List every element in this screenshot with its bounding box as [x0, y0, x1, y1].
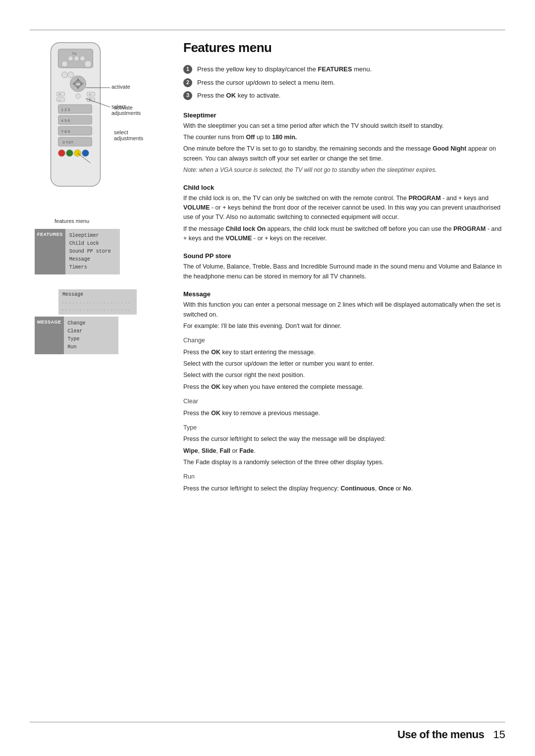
page-title: Features menu: [183, 40, 505, 55]
svg-text:4  5  6: 4 5 6: [61, 118, 70, 123]
features-item-4: Message: [69, 256, 114, 264]
message-run-block: Run Press the cursor left/right to selec…: [183, 472, 505, 493]
message-change-block: Change Press the OK key to start enterin…: [183, 336, 505, 392]
svg-text:P: P: [89, 98, 92, 102]
sleeptimer-p3: One minute before the TV is set to go to…: [183, 144, 505, 163]
bottom-bar: Use of the menus 15: [30, 722, 505, 756]
step-1: 1 Press the yellow key to display/cancel…: [183, 64, 505, 74]
page-container: TV: [0, 0, 535, 756]
svg-point-35: [66, 150, 73, 157]
message-clear-block: Clear Press the OK key to remove a previ…: [183, 397, 505, 418]
features-menu-box: FEATURES Sleeptimer Child Lock Sound PP …: [35, 229, 120, 274]
svg-point-7: [85, 60, 92, 67]
svg-text:+: +: [59, 93, 61, 96]
sleeptimer-section: Sleeptimer With the sleeptimer you can s…: [183, 111, 505, 175]
sleeptimer-p1: With the sleeptimer you can set a time p…: [183, 121, 505, 131]
message-top-title: Message: [62, 292, 132, 297]
svg-text:–: –: [59, 98, 61, 102]
sleeptimer-p2: The counter runs from Off up to 180 min.: [183, 133, 505, 142]
select-word: select adjustments: [114, 129, 143, 141]
soundpp-title: Sound PP store: [183, 252, 505, 260]
features-item-2: Child Lock: [69, 240, 114, 248]
step-list: 1 Press the yellow key to display/cancel…: [183, 64, 505, 101]
svg-point-34: [58, 150, 65, 157]
message-title: Message: [183, 290, 505, 298]
svg-text:+: +: [89, 93, 91, 96]
activate-word: activate: [114, 105, 143, 110]
page-number: 15: [493, 728, 505, 741]
message-item-3: Type: [68, 335, 112, 343]
sleeptimer-title: Sleeptimer: [183, 111, 505, 119]
sleeptimer-body: With the sleeptimer you can set a time p…: [183, 121, 505, 175]
type-line3: The Fade display is a randomly selection…: [183, 458, 505, 467]
step-3-text: Press the OK key to activate.: [197, 91, 280, 101]
svg-rect-19: [57, 98, 65, 102]
features-tab: FEATURES: [35, 229, 65, 274]
step-2-text: Press the cursor up/down to select a men…: [197, 78, 335, 88]
adjustments-label-text: adjustments: [114, 135, 143, 141]
features-menu-label: features menu: [54, 218, 89, 224]
svg-point-25: [76, 94, 81, 99]
svg-point-5: [74, 56, 79, 61]
step-2: 2 Press the cursor up/down to select a m…: [183, 78, 505, 88]
change-line1: Press the OK key to start entering the m…: [183, 348, 505, 357]
message-item-1: Change: [68, 320, 112, 327]
svg-point-9: [68, 72, 74, 78]
features-item-1: Sleeptimer: [69, 232, 114, 240]
childlock-p2: If the message Child lock On appears, th…: [183, 224, 505, 244]
main-content: TV: [30, 30, 505, 712]
soundpp-section: Sound PP store The of Volume, Balance, T…: [183, 252, 505, 281]
message-list-items: Change Clear Type Run: [64, 317, 118, 354]
run-line1: Press the cursor left/right to select th…: [183, 484, 505, 493]
message-section: Message With this function you can enter…: [183, 290, 505, 493]
clear-label: Clear: [183, 397, 505, 406]
type-line1: Press the cursor left/right to select th…: [183, 434, 505, 444]
features-item-5: Timers: [69, 264, 114, 271]
message-tab: MESSAGE: [35, 317, 64, 354]
message-item-2: Clear: [68, 327, 112, 335]
features-list-items: Sleeptimer Child Lock Sound PP store Mes…: [65, 229, 120, 274]
soundpp-body: The of Volume, Balance, Treble, Bass and…: [183, 262, 505, 281]
change-line3: Select with the cursor right the next po…: [183, 371, 505, 380]
activate-text: activate select adjustments: [114, 105, 143, 141]
step-2-circle: 2: [183, 78, 192, 87]
change-line2: Select with the cursor up/down the lette…: [183, 359, 505, 369]
type-label: Type: [183, 423, 505, 432]
svg-text:1  2  3: 1 2 3: [61, 108, 70, 112]
message-dots-1: . . . . . . . . . . . . . . . . . . . .: [62, 299, 132, 306]
childlock-section: Child lock If the child lock is on, the …: [183, 184, 505, 244]
step-1-text: Press the yellow key to display/cancel t…: [197, 64, 372, 74]
change-label: Change: [183, 336, 505, 345]
features-item-3: Sound PP store: [69, 248, 114, 256]
childlock-p1: If the child lock is on, the TV can only…: [183, 194, 505, 222]
step-1-circle: 1: [183, 65, 192, 74]
childlock-body: If the child lock is on, the TV can only…: [183, 194, 505, 244]
step-3-circle: 3: [183, 91, 192, 100]
change-line4: Press the OK key when you have entered t…: [183, 382, 505, 392]
message-type-block: Type Press the cursor left/right to sele…: [183, 423, 505, 468]
step-3: 3 Press the OK key to activate.: [183, 91, 505, 101]
svg-text:ok: ok: [76, 82, 80, 86]
activate-label: activate: [111, 84, 130, 90]
svg-point-37: [82, 150, 89, 157]
svg-point-3: [62, 61, 68, 67]
type-line2: Wipe, Slide, Fall or Fade.: [183, 446, 505, 456]
soundpp-p1: The of Volume, Balance, Treble, Bass and…: [183, 262, 505, 281]
svg-text:0    TXT: 0 TXT: [63, 140, 74, 145]
svg-text:7  8  9: 7 8 9: [61, 129, 70, 134]
message-body: With this function you can enter a perso…: [183, 300, 505, 493]
message-intro: With this function you can enter a perso…: [183, 300, 505, 320]
message-top-box: Message . . . . . . . . . . . . . . . . …: [58, 289, 137, 315]
run-label: Run: [183, 472, 505, 482]
left-column: TV: [30, 40, 168, 712]
clear-line1: Press the OK key to remove a previous me…: [183, 409, 505, 418]
message-dots-2: . . . . . . . . . . . . . . . . . . . .: [62, 306, 132, 313]
bottom-title: Use of the menus: [397, 728, 484, 741]
svg-point-4: [68, 56, 73, 61]
select-label-text: select: [114, 129, 128, 135]
message-menu-section: Message . . . . . . . . . . . . . . . . …: [35, 289, 137, 354]
svg-point-6: [80, 56, 85, 61]
sleeptimer-note: Note: when a VGA source is selected, the…: [183, 165, 505, 175]
svg-point-8: [62, 72, 68, 78]
message-bottom-row: MESSAGE Change Clear Type Run: [35, 317, 137, 354]
